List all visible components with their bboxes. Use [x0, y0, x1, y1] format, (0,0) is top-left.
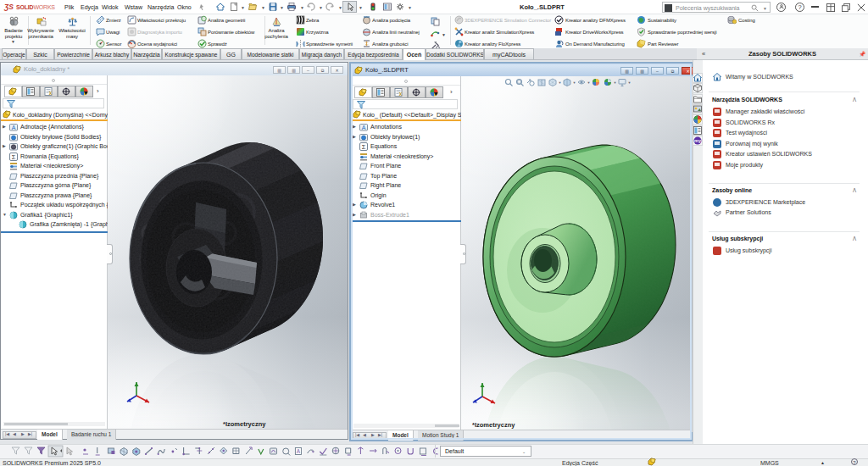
svg-text:A: A — [297, 448, 301, 454]
